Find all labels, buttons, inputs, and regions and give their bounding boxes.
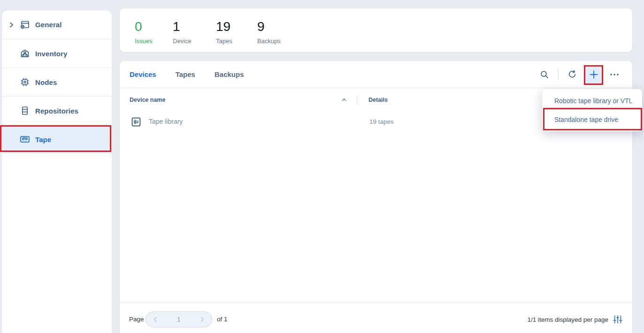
stat-backups: 9 Backups xyxy=(257,19,281,45)
stat-label: Device xyxy=(173,38,192,45)
sidebar-item-label: Tape xyxy=(35,136,51,144)
sidebar-item-nodes[interactable]: Nodes xyxy=(2,68,112,96)
add-button[interactable] xyxy=(585,66,602,83)
sidebar-item-label: Nodes xyxy=(35,78,57,86)
refresh-icon[interactable] xyxy=(566,68,579,81)
next-page-icon[interactable] xyxy=(199,316,206,323)
table-footer: Page 1 of 1 1/1 items displayed per page xyxy=(120,303,632,333)
sidebar-item-label: General xyxy=(35,21,62,29)
sidebar-item-repositories[interactable]: Repositories xyxy=(2,96,112,125)
tab-tapes[interactable]: Tapes xyxy=(176,70,195,78)
sidebar-item-label: Inventory xyxy=(35,50,67,58)
toolbar-divider xyxy=(558,69,559,80)
stat-tapes: 19 Tapes xyxy=(216,19,232,45)
tape-library-icon xyxy=(130,116,142,128)
stat-value: 9 xyxy=(257,19,281,34)
page-label: Page xyxy=(129,316,144,323)
stat-label: Issues xyxy=(135,38,153,45)
menu-item-robotic-tape-library[interactable]: Robotic tape library or VTL xyxy=(542,91,642,110)
search-icon[interactable] xyxy=(538,68,551,81)
stat-value: 1 xyxy=(173,19,192,34)
tabs-toolbar-row: Devices Tapes Backups xyxy=(120,61,632,88)
chevron-right-icon[interactable] xyxy=(8,21,15,29)
page-count-label: of 1 xyxy=(217,316,228,323)
pagination-control: 1 xyxy=(146,311,212,327)
items-per-page-group: 1/1 items displayed per page xyxy=(527,314,623,325)
sidebar-item-label: Repositories xyxy=(35,107,78,115)
current-page-input[interactable]: 1 xyxy=(177,316,181,323)
menu-item-standalone-tape-drive[interactable]: Standalone tape drive xyxy=(542,110,642,129)
details-cell: 19 tapes xyxy=(369,118,394,125)
sidebar: General Inventory Nodes xyxy=(2,10,112,333)
stat-issues: 0 Issues xyxy=(135,19,153,45)
summary-stats-card: 0 Issues 1 Device 19 Tapes 9 Backups xyxy=(120,8,632,52)
sidebar-item-general[interactable]: General xyxy=(2,10,112,39)
stat-label: Backups xyxy=(257,38,281,45)
column-divider[interactable] xyxy=(357,95,357,105)
toolbar xyxy=(538,66,621,83)
inventory-icon xyxy=(19,48,31,59)
more-icon[interactable] xyxy=(608,68,621,81)
device-name-cell: Tape library xyxy=(149,118,183,125)
repositories-icon xyxy=(19,105,31,116)
add-device-dropdown-menu: Robotic tape library or VTL Standalone t… xyxy=(542,89,642,131)
sidebar-item-inventory[interactable]: Inventory xyxy=(2,39,112,68)
stat-value: 19 xyxy=(216,19,232,34)
general-icon xyxy=(19,19,31,30)
column-header-device-name[interactable]: Device name xyxy=(130,97,165,103)
nodes-icon xyxy=(19,76,31,88)
column-header-details: Details xyxy=(368,97,388,103)
sort-ascending-icon[interactable] xyxy=(341,97,347,103)
stat-value: 0 xyxy=(135,19,153,34)
items-summary-label: 1/1 items displayed per page xyxy=(527,316,608,323)
previous-page-icon[interactable] xyxy=(152,316,159,323)
tab-devices[interactable]: Devices xyxy=(130,70,156,78)
tab-bar: Devices Tapes Backups xyxy=(130,70,244,78)
tape-cassette-icon xyxy=(19,134,31,145)
sidebar-item-tape[interactable]: Tape xyxy=(2,125,112,153)
stat-label: Tapes xyxy=(216,38,232,45)
items-per-page-sliders-icon[interactable] xyxy=(613,314,623,325)
add-icon xyxy=(589,69,599,80)
stat-device: 1 Device xyxy=(173,19,192,45)
tab-backups[interactable]: Backups xyxy=(215,70,244,78)
